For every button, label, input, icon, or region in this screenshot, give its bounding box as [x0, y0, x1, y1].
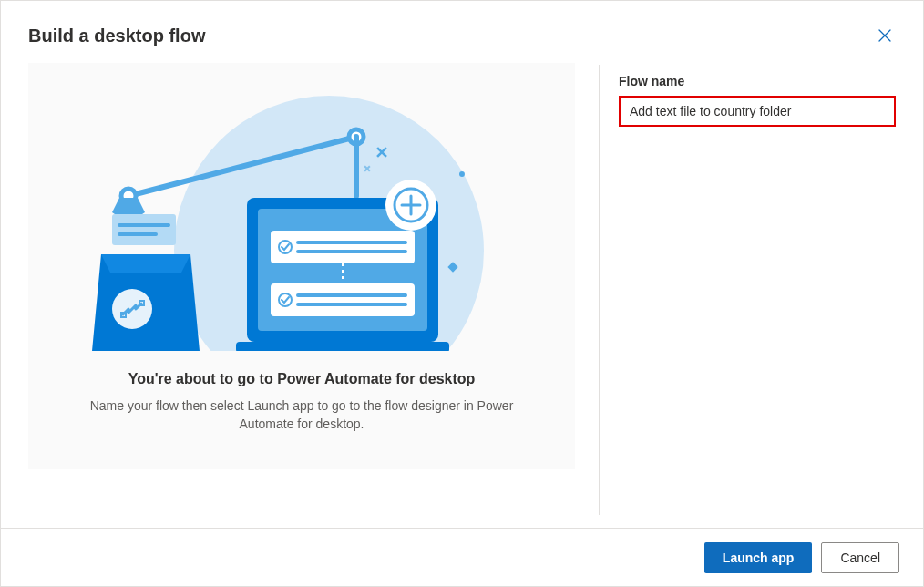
flow-illustration	[92, 96, 511, 351]
dialog-footer: Launch app Cancel	[1, 528, 923, 586]
dialog-body: You're about to go to Power Automate for…	[1, 63, 923, 469]
svg-rect-13	[236, 342, 449, 351]
close-icon	[878, 28, 892, 43]
vertical-divider	[599, 65, 600, 515]
intro-pane: You're about to go to Power Automate for…	[28, 63, 575, 469]
form-pane: Flow name	[619, 63, 896, 469]
intro-subtext: Name your flow then select Launch app to…	[65, 396, 539, 433]
intro-heading: You're about to go to Power Automate for…	[128, 371, 476, 387]
flow-name-label: Flow name	[619, 74, 896, 88]
dialog-header: Build a desktop flow	[1, 1, 923, 63]
flow-name-input[interactable]	[621, 98, 894, 125]
cancel-button[interactable]: Cancel	[821, 542, 899, 573]
close-button[interactable]	[872, 23, 898, 48]
desktop-flow-illustration-icon	[92, 96, 511, 351]
flow-name-highlight	[619, 96, 896, 127]
launch-app-button[interactable]: Launch app	[704, 542, 813, 573]
svg-point-34	[459, 171, 465, 177]
svg-rect-5	[112, 214, 176, 245]
dialog-title: Build a desktop flow	[28, 26, 205, 46]
